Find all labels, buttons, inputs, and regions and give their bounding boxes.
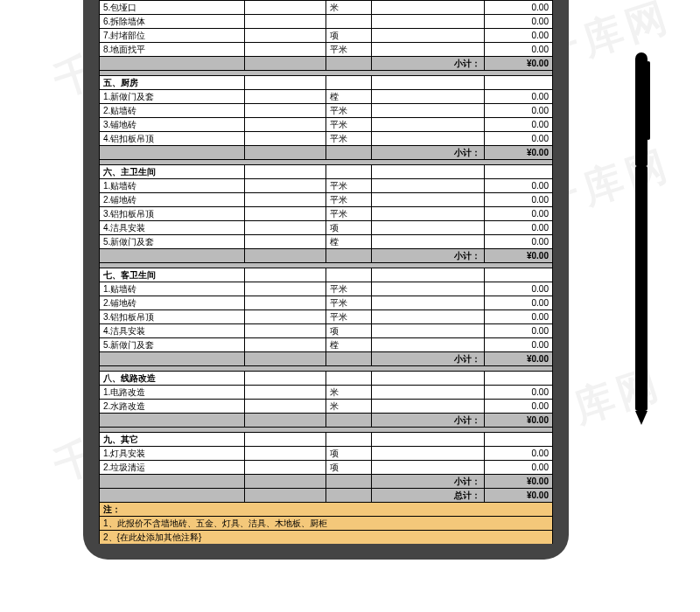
line-item-amount: 0.00 <box>485 1 553 15</box>
line-item-amount: 0.00 <box>485 461 553 475</box>
line-item-name: 4.铝扣板吊顶 <box>100 132 245 146</box>
line-item-unit: 樘 <box>326 90 371 104</box>
subtotal-label: 小计： <box>371 57 485 71</box>
line-item-amount: 0.00 <box>485 118 553 132</box>
line-item-amount: 0.00 <box>485 207 553 221</box>
line-item-name: 2.贴墙砖 <box>100 104 245 118</box>
line-item-amount: 0.00 <box>485 132 553 146</box>
line-item-name: 1.新做门及套 <box>100 90 245 104</box>
clipboard-frame: 5.包垭口米0.006.拆除墙体0.007.封堵部位项0.008.地面找平平米0… <box>83 0 569 560</box>
subtotal-value: ¥0.00 <box>485 146 553 160</box>
line-item-unit: 平米 <box>326 118 371 132</box>
line-item-amount: 0.00 <box>485 386 553 400</box>
line-item-name: 5.新做门及套 <box>100 338 245 352</box>
note-line: 2、{在此处添加其他注释} <box>100 531 553 545</box>
pen-graphic <box>635 52 648 446</box>
line-item-name: 2.垃圾清运 <box>100 461 245 475</box>
grandtotal-value: ¥0.00 <box>485 489 553 503</box>
line-item-unit: 平米 <box>326 310 371 324</box>
line-item-amount: 0.00 <box>485 15 553 29</box>
line-item-unit: 平米 <box>326 132 371 146</box>
subtotal-value: ¥0.00 <box>485 414 553 428</box>
line-item-amount: 0.00 <box>485 179 553 193</box>
budget-table: 5.包垭口米0.006.拆除墙体0.007.封堵部位项0.008.地面找平平米0… <box>99 0 553 544</box>
section-header: 五、厨房 <box>100 76 245 90</box>
line-item-unit: 平米 <box>326 207 371 221</box>
section-header: 九、其它 <box>100 433 245 447</box>
line-item-amount: 0.00 <box>485 310 553 324</box>
note-line: 1、此报价不含墙地砖、五金、灯具、洁具、木地板、厨柜 <box>100 517 553 531</box>
line-item-amount: 0.00 <box>485 90 553 104</box>
line-item-amount: 0.00 <box>485 104 553 118</box>
line-item-unit: 米 <box>326 400 371 414</box>
line-item-amount: 0.00 <box>485 447 553 461</box>
subtotal-label: 小计： <box>371 475 485 489</box>
line-item-name: 2.铺地砖 <box>100 296 245 310</box>
line-item-name: 2.水路改造 <box>100 400 245 414</box>
line-item-amount: 0.00 <box>485 29 553 43</box>
subtotal-value: ¥0.00 <box>485 57 553 71</box>
line-item-unit <box>326 15 371 29</box>
line-item-name: 8.地面找平 <box>100 43 245 57</box>
line-item-amount: 0.00 <box>485 296 553 310</box>
line-item-name: 4.洁具安装 <box>100 221 245 235</box>
line-item-name: 5.包垭口 <box>100 1 245 15</box>
line-item-amount: 0.00 <box>485 43 553 57</box>
grandtotal-label: 总计： <box>371 489 485 503</box>
line-item-name: 7.封堵部位 <box>100 29 245 43</box>
line-item-amount: 0.00 <box>485 338 553 352</box>
line-item-amount: 0.00 <box>485 221 553 235</box>
line-item-name: 4.洁具安装 <box>100 324 245 338</box>
subtotal-value: ¥0.00 <box>485 249 553 263</box>
line-item-name: 3.铺地砖 <box>100 118 245 132</box>
line-item-unit: 平米 <box>326 193 371 207</box>
line-item-name: 1.灯具安装 <box>100 447 245 461</box>
line-item-name: 3.铝扣板吊顶 <box>100 207 245 221</box>
line-item-name: 1.电路改造 <box>100 386 245 400</box>
line-item-name: 2.铺地砖 <box>100 193 245 207</box>
line-item-unit: 项 <box>326 324 371 338</box>
line-item-unit: 项 <box>326 221 371 235</box>
line-item-unit: 米 <box>326 1 371 15</box>
line-item-amount: 0.00 <box>485 235 553 249</box>
line-item-name: 1.贴墙砖 <box>100 179 245 193</box>
section-header: 八、线路改造 <box>100 372 245 386</box>
line-item-unit: 平米 <box>326 296 371 310</box>
line-item-unit: 平米 <box>326 43 371 57</box>
subtotal-value: ¥0.00 <box>485 352 553 366</box>
line-item-amount: 0.00 <box>485 324 553 338</box>
subtotal-label: 小计： <box>371 414 485 428</box>
subtotal-label: 小计： <box>371 249 485 263</box>
line-item-unit: 米 <box>326 386 371 400</box>
line-item-name: 6.拆除墙体 <box>100 15 245 29</box>
line-item-amount: 0.00 <box>485 400 553 414</box>
line-item-unit: 樘 <box>326 235 371 249</box>
line-item-unit: 樘 <box>326 338 371 352</box>
line-item-unit: 项 <box>326 461 371 475</box>
subtotal-value: ¥0.00 <box>485 475 553 489</box>
document-paper: 5.包垭口米0.006.拆除墙体0.007.封堵部位项0.008.地面找平平米0… <box>99 0 553 544</box>
notes-header: 注： <box>100 503 553 517</box>
line-item-amount: 0.00 <box>485 282 553 296</box>
line-item-name: 3.铝扣板吊顶 <box>100 310 245 324</box>
line-item-unit: 平米 <box>326 282 371 296</box>
line-item-name: 1.贴墙砖 <box>100 282 245 296</box>
subtotal-label: 小计： <box>371 352 485 366</box>
line-item-unit: 项 <box>326 29 371 43</box>
line-item-name: 5.新做门及套 <box>100 235 245 249</box>
line-item-unit: 平米 <box>326 104 371 118</box>
section-header: 六、主卫生间 <box>100 165 245 179</box>
line-item-amount: 0.00 <box>485 193 553 207</box>
line-item-unit: 平米 <box>326 179 371 193</box>
line-item-unit: 项 <box>326 447 371 461</box>
subtotal-label: 小计： <box>371 146 485 160</box>
section-header: 七、客卫生间 <box>100 268 245 282</box>
